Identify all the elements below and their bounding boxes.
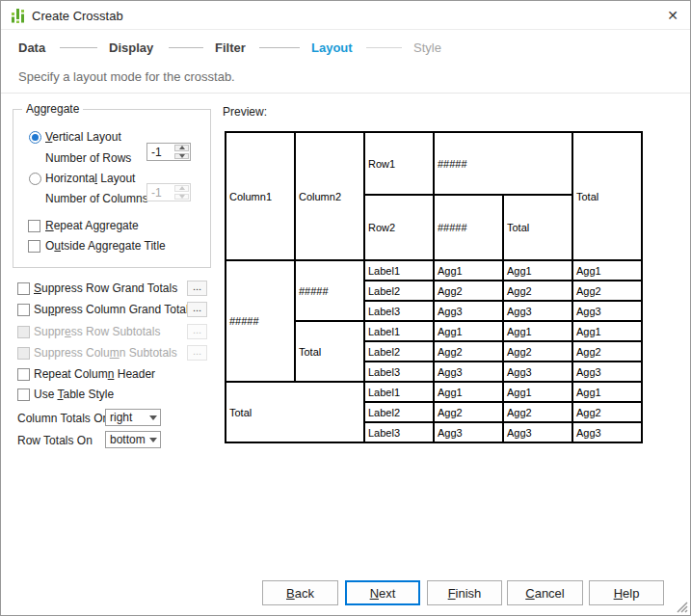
help-button[interactable]: Help (589, 580, 664, 605)
preview-cell: Agg3 (503, 422, 572, 442)
use-table-style-checkbox[interactable] (17, 388, 30, 401)
horizontal-layout-radio[interactable] (29, 173, 41, 185)
number-of-rows-label: Number of Rows (45, 151, 131, 165)
number-of-columns-value: -1 (147, 184, 174, 201)
back-button[interactable]: Back (262, 580, 338, 605)
preview-cell-agg: ##### (434, 132, 572, 195)
preview-cell-grand-stub: Total (226, 382, 364, 442)
spin-up-icon (174, 185, 189, 192)
spin-up-icon[interactable] (174, 145, 189, 151)
preview-cell: Agg3 (572, 301, 642, 321)
preview-cell: Agg1 (572, 382, 642, 402)
step-connector (169, 47, 203, 48)
suppress-row-subtotals-label: Suppress Row Subtotals (34, 325, 160, 338)
resize-grip-icon[interactable] (675, 600, 688, 613)
preview-cell: Agg1 (434, 382, 503, 402)
divider (1, 93, 690, 94)
preview-cell: Label3 (364, 362, 434, 382)
dropdown-arrow-icon (146, 415, 160, 420)
outside-aggregate-title-checkbox[interactable] (28, 240, 40, 253)
create-crosstab-dialog: Create Crosstab ✕ Data Display Filter La… (0, 0, 691, 616)
preview-cell: Agg2 (434, 341, 503, 362)
preview-cell-column2: Column2 (295, 132, 364, 260)
preview-cell: Agg3 (503, 362, 572, 382)
finish-button[interactable]: Finish (427, 580, 502, 605)
step-layout[interactable]: Layout (311, 40, 353, 55)
step-connector (60, 47, 97, 48)
close-icon[interactable]: ✕ (659, 3, 686, 28)
suppress-row-grand-totals-checkbox[interactable] (17, 282, 30, 295)
row-totals-on-select[interactable]: bottom (105, 431, 161, 448)
preview-cell: Agg3 (434, 301, 503, 321)
preview-cell: Agg1 (572, 260, 642, 281)
preview-cell-group-stub: ##### (295, 260, 364, 321)
aggregate-legend: Aggregate (22, 102, 83, 116)
preview-cell: Agg3 (434, 422, 503, 442)
cancel-button[interactable]: Cancel (507, 580, 583, 605)
preview-cell-column1: Column1 (226, 132, 295, 260)
preview-table: Column1 Column2 Row1 ##### Total Row2 ##… (225, 131, 643, 443)
preview-cell: Agg1 (434, 260, 503, 281)
repeat-column-header-checkbox[interactable] (17, 368, 30, 381)
suppress-column-grand-totals-more-button[interactable]: ... (187, 302, 207, 317)
preview-cell: Agg2 (503, 341, 572, 362)
preview-cell: Label2 (364, 402, 434, 422)
preview-cell: Agg2 (434, 281, 503, 301)
preview-cell: Agg3 (434, 362, 503, 382)
preview-cell: Label1 (364, 260, 434, 281)
page-subtitle: Specify a layout mode for the crosstab. (18, 69, 235, 84)
preview-cell: Agg2 (503, 402, 572, 422)
suppress-column-subtotals-checkbox (17, 347, 30, 360)
preview-label: Preview: (223, 105, 267, 119)
spin-down-icon (174, 194, 189, 201)
step-connector (366, 47, 402, 48)
use-table-style-label: Use Table Style (34, 388, 114, 401)
preview-cell: Agg2 (572, 402, 642, 422)
number-of-rows-spinner[interactable]: -1 (146, 143, 191, 161)
horizontal-layout-label: Horizontal Layout (45, 172, 135, 185)
preview-cell: Agg3 (572, 362, 642, 382)
suppress-row-grand-totals-more-button[interactable]: ... (187, 281, 207, 296)
preview-cell: Agg1 (503, 382, 572, 402)
preview-cell: Agg2 (434, 402, 503, 422)
preview-cell: Agg1 (503, 321, 572, 341)
preview-cell: Agg2 (572, 341, 642, 362)
step-display[interactable]: Display (109, 40, 153, 55)
number-of-rows-value[interactable]: -1 (147, 144, 174, 160)
number-of-columns-spinner: -1 (146, 183, 191, 201)
crosstab-icon (11, 8, 26, 23)
preview-cell-group-total: Total (295, 321, 364, 382)
column-totals-on-label: Column Totals On (17, 412, 109, 425)
step-style[interactable]: Style (413, 40, 441, 55)
suppress-column-grand-totals-label: Suppress Column Grand Totals (34, 303, 195, 316)
next-button[interactable]: Next (345, 580, 420, 605)
step-filter[interactable]: Filter (215, 40, 246, 55)
spin-down-icon[interactable] (174, 153, 189, 160)
outside-aggregate-title-label: Outside Aggregate Title (45, 239, 166, 253)
row-totals-on-label: Row Totals On (17, 434, 93, 447)
preview-cell-agg: ##### (434, 195, 503, 260)
suppress-row-subtotals-checkbox (17, 326, 30, 338)
row-totals-on-value: bottom (106, 433, 146, 446)
suppress-row-subtotals-more-button: ... (187, 324, 207, 339)
column-totals-on-select[interactable]: right (105, 409, 161, 426)
vertical-layout-radio[interactable] (29, 131, 41, 144)
preview-cell: Agg3 (503, 301, 572, 321)
suppress-column-grand-totals-checkbox[interactable] (17, 304, 30, 316)
window-title: Create Crosstab (32, 9, 123, 23)
repeat-aggregate-checkbox[interactable] (28, 220, 40, 232)
preview-cell: Agg3 (572, 422, 642, 442)
preview-cell: Label1 (364, 321, 434, 341)
preview-cell-total: Total (503, 195, 572, 260)
title-bar: Create Crosstab ✕ (1, 1, 690, 30)
preview-cell: Agg1 (434, 321, 503, 341)
repeat-aggregate-label: Repeat Aggregate (45, 219, 139, 232)
preview-cell: Agg2 (572, 281, 642, 301)
dropdown-arrow-icon (146, 438, 160, 442)
preview-cell: Label2 (364, 341, 434, 362)
step-data[interactable]: Data (18, 40, 45, 55)
number-of-columns-label: Number of Columns (45, 192, 148, 205)
suppress-row-grand-totals-label: Suppress Row Grand Totals (34, 281, 177, 295)
preview-cell-grand-total: Total (572, 132, 642, 260)
suppress-column-subtotals-label: Suppress Column Subtotals (34, 346, 177, 360)
